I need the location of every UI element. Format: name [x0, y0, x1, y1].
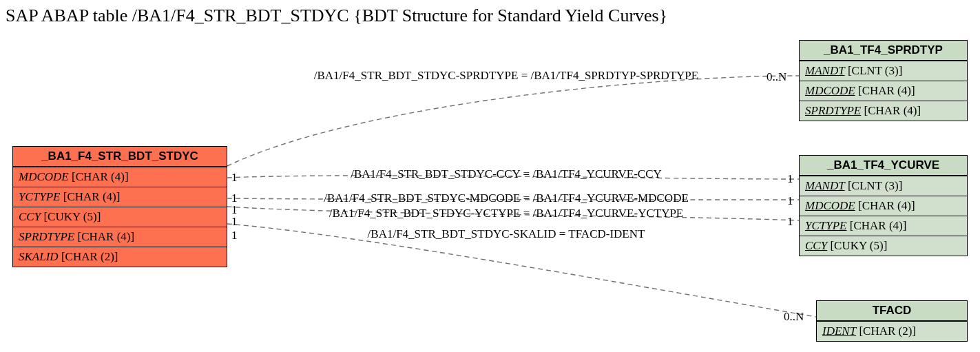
cardinality: 1 [231, 171, 238, 185]
relation-label: /BA1/F4_STR_BDT_STDYC-SKALID = TFACD-IDE… [269, 227, 744, 241]
table-row: MDCODE [CHAR (4)] [800, 196, 967, 216]
relation-label: /BA1/F4_STR_BDT_STDYC-CCY = /BA1/TF4_YCU… [269, 167, 744, 181]
table-row: CCY [CUKY (5)] [800, 236, 967, 256]
table-left-header: _BA1_F4_STR_BDT_STDYC [13, 147, 227, 167]
table-ycurve: _BA1_TF4_YCURVE MANDT [CLNT (3)] MDCODE … [799, 155, 968, 256]
cardinality: 1 [787, 172, 793, 186]
table-row: SPRDTYPE [CHAR (4)] [800, 101, 967, 121]
table-row: MDCODE [CHAR (4)] [800, 81, 967, 101]
table-sprdtyp: _BA1_TF4_SPRDTYP MANDT [CLNT (3)] MDCODE… [799, 40, 968, 121]
table-row: SPRDTYPE [CHAR (4)] [13, 227, 227, 247]
cardinality: 1 [231, 229, 238, 242]
table-row: MANDT [CLNT (3)] [800, 176, 967, 196]
cardinality: 0..N [767, 70, 786, 84]
table-ycurve-header: _BA1_TF4_YCURVE [800, 156, 967, 176]
cardinality: 1 [787, 215, 793, 229]
table-sprdtyp-header: _BA1_TF4_SPRDTYP [800, 41, 967, 61]
cardinality: 1 [787, 194, 793, 208]
table-row: CCY [CUKY (5)] [13, 207, 227, 227]
cardinality: 1 [231, 215, 238, 229]
cardinality: 0..N [784, 310, 804, 324]
table-row: SKALID [CHAR (2)] [13, 247, 227, 267]
table-row: YCTYPE [CHAR (4)] [800, 216, 967, 236]
table-tfacd: TFACD IDENT [CHAR (2)] [816, 300, 968, 342]
table-row: MDCODE [CHAR (4)] [13, 167, 227, 187]
relation-label: /BA1/F4_STR_BDT_STDYC-MDCODE = /BA1/TF4_… [269, 191, 744, 205]
diagram-canvas: SAP ABAP table /BA1/F4_STR_BDT_STDYC {BD… [0, 0, 980, 352]
table-row: MANDT [CLNT (3)] [800, 61, 967, 81]
page-title: SAP ABAP table /BA1/F4_STR_BDT_STDYC {BD… [6, 6, 667, 26]
table-row: YCTYPE [CHAR (4)] [13, 187, 227, 207]
table-tfacd-header: TFACD [817, 301, 967, 321]
relation-label: /BA1/F4_STR_BDT_STDYC-SPRDTYPE = /BA1/TF… [269, 69, 744, 83]
relation-label: /BA1/F4_STR_BDT_STDYC-YCTYPE = /BA1/TF4_… [269, 207, 744, 220]
table-left: _BA1_F4_STR_BDT_STDYC MDCODE [CHAR (4)] … [12, 146, 227, 267]
table-row: IDENT [CHAR (2)] [817, 321, 967, 341]
